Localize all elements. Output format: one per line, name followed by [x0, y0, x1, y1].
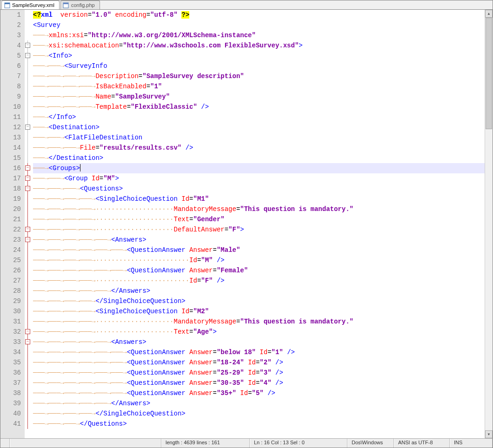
line-number: 15 [0, 153, 21, 163]
tab-label: config.php [71, 2, 95, 8]
line-number: 17 [0, 173, 21, 184]
code-line[interactable]: ───→───→───→───→························… [33, 255, 485, 265]
fold-toggle[interactable]: − [25, 165, 30, 171]
code-line[interactable]: ───→───→───→───→····················Text… [33, 214, 485, 224]
code-line[interactable]: ───→───→───→File="results/results.csv" /… [33, 143, 485, 153]
line-number: 2 [0, 20, 21, 30]
code-line[interactable]: ───→───→───→───→───→<Answers> [33, 337, 485, 347]
tab-sample-survey[interactable]: SampleSurvey.xml [1, 0, 60, 9]
code-line[interactable]: ───→───→───→<Questions> [33, 184, 485, 194]
code-line[interactable]: ───→───→<Group Id="M"> [33, 173, 485, 184]
line-number: 39 [0, 398, 21, 408]
fold-toggle[interactable]: − [25, 329, 30, 334]
code-line[interactable]: ───→───→───→───→───→───→<QuestionAnswer … [33, 245, 485, 255]
line-number: 29 [0, 296, 21, 306]
line-number: 26 [0, 265, 21, 276]
code-line[interactable]: ───→───→───→───→IsBackEnabled="1" [33, 81, 485, 92]
code-line[interactable]: ───→───→───→───→───→───→<QuestionAnswer … [33, 378, 485, 388]
line-number: 38 [0, 388, 21, 398]
code-line[interactable]: ───→───→───→───→<SingleChoiceQuestion Id… [33, 306, 485, 316]
line-number: 18 [0, 184, 21, 194]
code-line[interactable]: ───→───→───→───→<SingleChoiceQuestion Id… [33, 194, 485, 204]
code-line[interactable]: ───→<Destination> [33, 122, 485, 132]
fold-column[interactable]: −−−−−−−−−− [25, 10, 31, 438]
code-line[interactable]: ───→───→───→───→························… [33, 276, 485, 286]
php-file-icon [63, 2, 69, 8]
tab-label: SampleSurvey.xml [12, 2, 54, 8]
code-line[interactable]: ───→<Groups> [33, 163, 485, 173]
code-line[interactable]: ───→───→───→───→····················Mand… [33, 316, 485, 327]
code-line[interactable]: ───→xmlns:xsi="http://www.w3.org/2001/XM… [33, 30, 485, 40]
status-encoding[interactable]: ANSI as UTF-8 [394, 439, 450, 448]
line-number: 10 [0, 102, 21, 112]
line-number: 34 [0, 347, 21, 357]
code-line[interactable]: ───→───→<SurveyInfo [33, 61, 485, 71]
line-number: 23 [0, 235, 21, 245]
line-number: 1 [0, 10, 21, 20]
line-number: 35 [0, 357, 21, 368]
code-line[interactable]: ───→───→───→───→───→</Answers> [33, 286, 485, 296]
code-line[interactable]: ───→───→───→</Questions> [33, 419, 485, 429]
scroll-track[interactable] [485, 18, 493, 430]
line-number: 31 [0, 316, 21, 327]
line-number: 14 [0, 143, 21, 153]
fold-toggle[interactable]: − [25, 53, 30, 58]
code-line[interactable]: ───→───→───→───→───→───→<QuestionAnswer … [33, 347, 485, 357]
line-number: 22 [0, 224, 21, 235]
code-line[interactable]: <Survey [33, 20, 485, 30]
fold-toggle[interactable]: − [25, 227, 30, 232]
fold-toggle[interactable]: − [25, 186, 30, 191]
scroll-up-button[interactable]: ▲ [485, 10, 493, 18]
line-number: 37 [0, 378, 21, 388]
fold-toggle[interactable]: − [25, 176, 30, 181]
line-number: 32 [0, 327, 21, 337]
scrollbar-vertical[interactable]: ▲ ▼ [485, 10, 493, 438]
scroll-down-button[interactable]: ▼ [485, 430, 493, 438]
line-number: 36 [0, 368, 21, 378]
code-line[interactable]: ───→</Destination> [33, 153, 485, 163]
line-number: 40 [0, 408, 21, 419]
code-line[interactable]: ───→───→<FlatFileDestination [33, 132, 485, 143]
fold-toggle[interactable]: − [25, 339, 30, 344]
line-number: 5 [0, 51, 21, 61]
line-number: 30 [0, 306, 21, 316]
tab-config-php[interactable]: config.php [60, 0, 100, 9]
code-line[interactable]: ───→───→───→───→───→───→<QuestionAnswer … [33, 388, 485, 398]
code-line[interactable]: ───→───→───→───→</SingleChoiceQuestion> [33, 408, 485, 419]
line-number: 25 [0, 255, 21, 265]
fold-toggle[interactable]: − [25, 125, 30, 130]
line-number-gutter: 1234567891011121314151617181920212223242… [0, 10, 25, 438]
code-line[interactable]: ───→───→───→───→····················Text… [33, 327, 485, 337]
line-number: 12 [0, 122, 21, 132]
code-line[interactable]: ───→───→───→───→───→───→<QuestionAnswer … [33, 357, 485, 368]
code-line[interactable]: ───→───→───→───→───→</Answers> [33, 398, 485, 408]
svg-rect-1 [5, 3, 10, 4]
fold-toggle[interactable]: − [25, 43, 30, 48]
fold-toggle[interactable]: − [25, 237, 30, 242]
line-number: 3 [0, 30, 21, 40]
line-number: 20 [0, 204, 21, 214]
code-line[interactable]: ───→───→───→───→····················Mand… [33, 204, 485, 214]
code-line[interactable]: ───→<Info> [33, 51, 485, 61]
code-line[interactable]: ───→───→───→───→····················Defa… [33, 224, 485, 235]
code-line[interactable]: ───→───→───→───→───→<Answers> [33, 235, 485, 245]
code-line[interactable]: ───→───→───→───→</SingleChoiceQuestion> [33, 296, 485, 306]
code-line[interactable]: ───→───→───→───→Template="FlexibleClassi… [33, 102, 485, 112]
line-number: 41 [0, 419, 21, 429]
code-line[interactable]: ───→───→───→───→───→───→<QuestionAnswer … [33, 368, 485, 378]
status-eol[interactable]: Dos\Windows [347, 439, 394, 448]
code-view[interactable]: <?xml version="1.0" encoding="utf-8" ?><… [31, 10, 485, 438]
code-line[interactable]: ───→───→───→───→Name="SampleSurvey" [33, 92, 485, 102]
code-line[interactable]: ───→───→───→───→───→───→<QuestionAnswer … [33, 265, 485, 276]
status-empty2 [10, 439, 161, 448]
line-number: 13 [0, 132, 21, 143]
code-line[interactable]: <?xml version="1.0" encoding="utf-8" ?> [33, 10, 485, 20]
line-number: 19 [0, 194, 21, 204]
status-doc-info: length : 4639 lines : 161 [161, 439, 250, 448]
scroll-thumb[interactable] [486, 18, 492, 129]
code-line[interactable]: ───→───→───→───→Description="SampleSurve… [33, 71, 485, 81]
code-line[interactable]: ───→</Info> [33, 112, 485, 122]
code-line[interactable]: ───→xsi:schemaLocation="http://www.w3sch… [33, 40, 485, 51]
status-insert-mode[interactable]: INS [450, 439, 493, 448]
status-bar: length : 4639 lines : 161 Ln : 16 Col : … [0, 438, 493, 448]
